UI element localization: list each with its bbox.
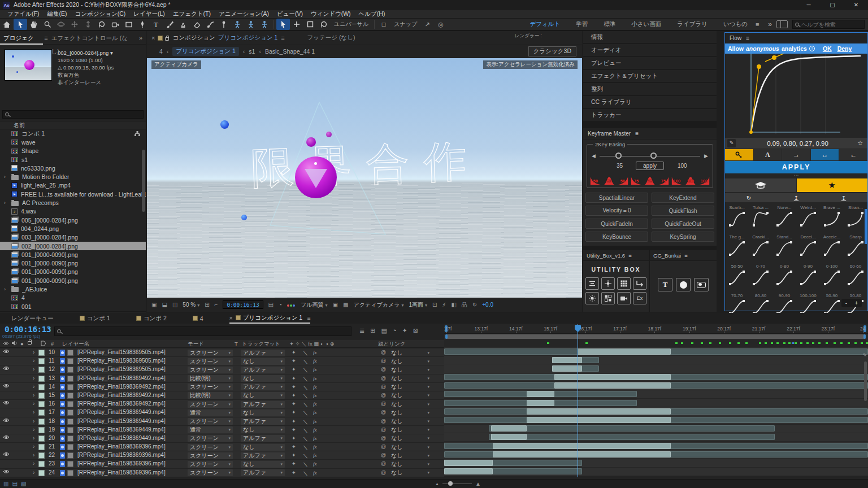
library-tab[interactable] (725, 178, 796, 192)
dolly-tool[interactable] (81, 19, 95, 30)
layer-bar-row[interactable] (444, 459, 868, 467)
grid-zoom-control[interactable]: - + (841, 299, 862, 307)
parent-dropdown[interactable]: なし▾ (389, 350, 432, 356)
stamp-tool[interactable] (176, 19, 190, 30)
fx-icon[interactable]: fx (313, 350, 317, 355)
project-item[interactable]: 4 (0, 294, 146, 302)
layer-color-chip[interactable] (38, 367, 45, 373)
flow-preset[interactable]: Sharp (844, 234, 867, 263)
project-item[interactable]: ›AC Precomps (0, 198, 146, 207)
layer-bar-row[interactable] (444, 450, 868, 459)
pen-tool[interactable] (136, 19, 149, 30)
collapse-transforms-icon[interactable]: ✦ (292, 461, 296, 467)
zoom-out-button[interactable]: - (845, 300, 847, 306)
zoom-in-mountain-icon[interactable]: ▲ (475, 481, 481, 487)
layer-color-chip[interactable] (38, 409, 45, 416)
workspace-tab[interactable]: 小さい画面 (631, 20, 661, 28)
transparency-grid-icon[interactable]: ▩ (343, 302, 348, 308)
trackmatte-dropdown[interactable]: なし▾ (241, 461, 285, 468)
quality-icon[interactable]: ＼ (303, 427, 308, 434)
menu-item[interactable]: ヘルプ(H) (355, 10, 389, 18)
layer-color-chip[interactable] (38, 452, 45, 459)
audio-column-icon[interactable] (12, 341, 17, 346)
eye-toggle[interactable] (3, 349, 10, 354)
flow-preset[interactable]: The g... (725, 234, 749, 263)
edit-values-icon[interactable]: ✎ (727, 139, 736, 147)
layer-bar-row[interactable] (444, 407, 868, 416)
project-item[interactable]: wave (0, 138, 146, 146)
plugin-square-tool[interactable] (303, 19, 317, 30)
eye-toggle[interactable] (3, 418, 10, 422)
collapse-transforms-icon[interactable]: ✦ (292, 452, 296, 458)
blend-mode-dropdown[interactable]: スクリーン▾ (188, 469, 233, 476)
slider-handle-right[interactable] (650, 152, 657, 159)
camera-dropdown[interactable]: アクティブカメラ▾ (354, 301, 404, 309)
layer-bar-row[interactable] (444, 425, 868, 433)
collapse-transforms-icon[interactable]: ✦ (292, 358, 296, 364)
trackmatte-dropdown[interactable]: アルファ▾ (241, 418, 285, 425)
menu-item[interactable]: ビュー(V) (273, 10, 307, 18)
text-mode-button[interactable]: A (754, 149, 782, 160)
fx-icon[interactable]: fx (313, 444, 317, 450)
quality-icon[interactable]: ＼ (303, 384, 308, 391)
spactiallinear-button[interactable]: SpactialLinear (585, 193, 648, 203)
parent-dropdown[interactable]: なし▾ (389, 461, 432, 468)
align-lines-button[interactable] (585, 277, 599, 290)
tab-effect-controls[interactable]: エフェクトコントロール (なし) (48, 31, 139, 45)
collapsed-panel-オーディオ[interactable]: オーディオ (583, 44, 717, 57)
apply-button[interactable]: apply (636, 162, 664, 170)
workspace-overflow-chevrons[interactable]: » (768, 20, 772, 28)
expander-icon[interactable]: › (4, 200, 6, 206)
selection-tool[interactable] (14, 19, 27, 30)
collapse-transforms-icon[interactable]: ✦ (292, 376, 296, 381)
snap-checkbox-icon[interactable]: □ (377, 19, 390, 30)
quality-icon[interactable]: ＼ (303, 461, 308, 468)
flow-preset[interactable]: 0-70 (749, 263, 772, 293)
layer-duration-bar[interactable] (489, 425, 775, 432)
zoom-slider-knob[interactable] (448, 481, 453, 486)
parent-pickwhip-icon[interactable]: @ (381, 350, 386, 355)
blend-mode-dropdown[interactable]: 通常▾ (188, 409, 233, 416)
layer-expander-icon[interactable]: › (33, 435, 34, 441)
layer-bar-row[interactable] (444, 373, 868, 382)
trackmatte-dropdown[interactable]: アルファ▾ (241, 401, 285, 408)
collapsed-panel-トラッカー[interactable]: トラッカー (583, 109, 717, 122)
ease-in-value[interactable]: 35 (617, 163, 623, 169)
fx-icon[interactable]: fx (313, 401, 317, 407)
fx-icon[interactable]: fx (313, 393, 317, 398)
parent-pickwhip-icon[interactable]: @ (381, 384, 386, 390)
fx-icon[interactable]: fx (313, 376, 317, 381)
parent-pickwhip-icon[interactable]: @ (381, 358, 386, 364)
layer-name[interactable]: [RPReplay_Final1598369396.mp4] (77, 443, 166, 450)
fx-icon[interactable]: fx (313, 367, 317, 372)
blend-mode-dropdown[interactable]: スクリーン▾ (188, 452, 233, 459)
layer-name[interactable]: [RPReplay_Final1598369449.mp4] (77, 435, 166, 441)
mode-column[interactable]: モード (188, 341, 204, 348)
layer-bar-row[interactable] (444, 433, 868, 442)
analytics-ok-link[interactable]: OK (823, 45, 832, 52)
frame-blend-icon[interactable]: ◔ (393, 327, 397, 334)
flow-apply-button[interactable]: APPLY (725, 161, 867, 173)
quality-icon[interactable]: ＼ (303, 393, 308, 400)
motion-blur-icon[interactable]: ✦ (402, 327, 407, 334)
help-search-input[interactable] (801, 21, 858, 28)
parent-dropdown[interactable]: なし▾ (389, 435, 432, 442)
split-grid-button[interactable] (601, 292, 615, 304)
figure-tool[interactable] (244, 19, 258, 30)
timeline-search-box[interactable] (54, 326, 351, 336)
panel-overflow-icon[interactable]: » (139, 34, 142, 41)
collapse-transforms-icon[interactable]: ✦ (292, 384, 296, 390)
parent-dropdown[interactable]: なし▾ (389, 409, 432, 416)
favorite-star-icon[interactable]: ☆ (857, 140, 863, 147)
figure-tool[interactable] (231, 19, 244, 30)
refresh-icon[interactable]: ↻ (725, 195, 772, 201)
panel-menu-icon[interactable]: ≡ (635, 130, 639, 137)
timeline-tab[interactable]: コンポ 2 (136, 313, 167, 324)
channel-icon[interactable] (287, 302, 296, 308)
puppet-tool[interactable] (217, 19, 231, 30)
layer-color-chip[interactable] (38, 376, 45, 382)
parent-pickwhip-icon[interactable]: @ (381, 427, 386, 433)
blend-mode-dropdown[interactable]: スクリーン▾ (188, 444, 233, 451)
keyspring-button[interactable]: KeySpring (652, 232, 714, 242)
parent-dropdown[interactable]: なし▾ (389, 401, 432, 408)
